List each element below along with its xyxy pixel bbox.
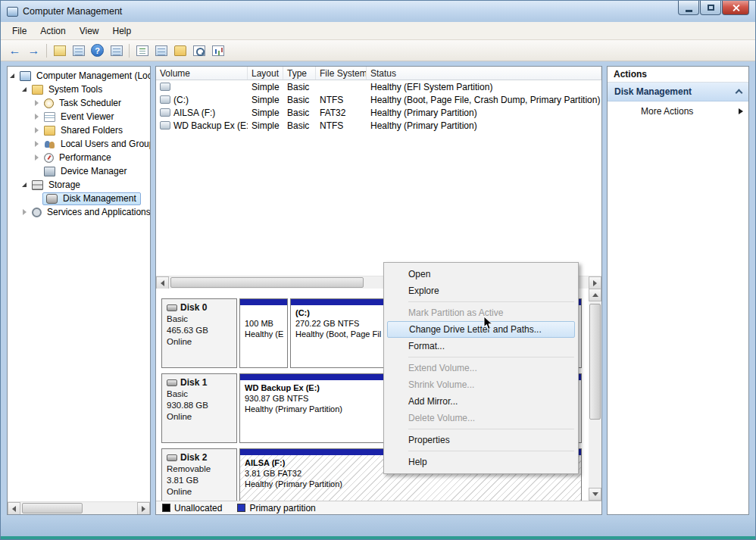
menu-item-shrink-volume: Shrink Volume... bbox=[386, 376, 576, 393]
header-volume[interactable]: Volume bbox=[156, 67, 248, 80]
selected-tree-item[interactable]: Disk Management bbox=[42, 192, 141, 205]
scrollbar-track[interactable] bbox=[589, 301, 601, 488]
new-window-button[interactable] bbox=[152, 42, 170, 59]
menu-item-change-drive-letter[interactable]: Change Drive Letter and Paths... bbox=[387, 321, 575, 338]
scroll-right-button[interactable] bbox=[137, 502, 150, 515]
forward-icon: → bbox=[28, 45, 40, 57]
scroll-left-button[interactable] bbox=[156, 276, 169, 289]
scrollbar-thumb[interactable] bbox=[22, 503, 83, 513]
menu-item-open[interactable]: Open bbox=[386, 266, 576, 282]
toolbar: ← → ? bbox=[1, 40, 755, 61]
export-list-button[interactable] bbox=[133, 42, 152, 59]
console-tree-icon bbox=[54, 45, 66, 56]
tree-item-label: Device Manager bbox=[58, 166, 129, 176]
tree-item-performance[interactable]: Performance bbox=[8, 151, 150, 164]
console-window-button[interactable] bbox=[107, 42, 126, 59]
actions-pane: Actions Disk Management More Actions bbox=[607, 66, 749, 515]
show-hide-action-pane-button[interactable] bbox=[69, 42, 88, 59]
content-area: Computer Management (Local System Tools … bbox=[1, 61, 755, 515]
scroll-left-button[interactable] bbox=[8, 502, 20, 515]
menu-item-help[interactable]: Help bbox=[386, 454, 576, 470]
actions-pane-title: Actions bbox=[608, 67, 748, 83]
mouse-cursor-icon bbox=[483, 316, 493, 333]
legend-label: Primary partition bbox=[249, 503, 315, 513]
volume-row[interactable]: (C:) Simple Basic NTFS Healthy (Boot, Pa… bbox=[156, 93, 601, 106]
scrollbar-thumb[interactable] bbox=[589, 304, 601, 420]
help-button[interactable]: ? bbox=[88, 42, 107, 59]
tree-item-computer-management[interactable]: Computer Management (Local bbox=[8, 69, 150, 83]
show-hide-console-tree-button[interactable] bbox=[50, 42, 69, 59]
expand-toggle-icon[interactable] bbox=[22, 209, 30, 215]
disk-2-label[interactable]: Disk 2 Removable 3.81 GB Online bbox=[161, 448, 237, 501]
collapse-chevron-icon[interactable] bbox=[736, 89, 743, 97]
volume-layout: Simple bbox=[248, 95, 283, 105]
menu-file[interactable]: File bbox=[5, 23, 33, 39]
volume-row[interactable]: Simple Basic Healthy (EFI System Partiti… bbox=[156, 80, 601, 93]
disk-view-vertical-scrollbar[interactable] bbox=[589, 289, 601, 501]
actions-section-disk-management[interactable]: Disk Management bbox=[608, 83, 748, 101]
volume-row[interactable]: WD Backup Ex (E:) Simple Basic NTFS Heal… bbox=[156, 119, 601, 132]
expand-toggle-icon[interactable] bbox=[22, 87, 30, 92]
minimize-button[interactable] bbox=[678, 1, 699, 15]
header-layout[interactable]: Layout bbox=[248, 67, 283, 80]
chart-button[interactable] bbox=[208, 42, 227, 59]
scrollbar-thumb[interactable] bbox=[170, 277, 364, 288]
action-pane-icon bbox=[73, 45, 85, 56]
tree-item-device-manager[interactable]: Device Manager bbox=[8, 164, 150, 178]
menu-help[interactable]: Help bbox=[106, 23, 139, 39]
header-status[interactable]: Status bbox=[367, 67, 601, 80]
menu-item-properties[interactable]: Properties bbox=[386, 432, 576, 448]
volume-row[interactable]: AILSA (F:) Simple Basic FAT32 Healthy (P… bbox=[156, 106, 601, 119]
expand-toggle-icon[interactable] bbox=[34, 127, 42, 133]
header-file-system[interactable]: File System bbox=[316, 67, 367, 80]
scrollbar-track[interactable] bbox=[20, 502, 137, 514]
minimize-icon bbox=[686, 10, 692, 12]
back-button[interactable]: ← bbox=[5, 42, 24, 59]
tree-horizontal-scrollbar[interactable] bbox=[8, 501, 150, 514]
close-button[interactable] bbox=[722, 1, 749, 15]
menu-action[interactable]: Action bbox=[33, 23, 72, 39]
disk-size: 3.81 GB bbox=[167, 475, 232, 486]
disk-icon bbox=[167, 304, 177, 311]
tree-item-disk-management[interactable]: Disk Management bbox=[8, 192, 150, 205]
tree-item-services-and-applications[interactable]: Services and Applications bbox=[8, 205, 150, 219]
tree-item-event-viewer[interactable]: Event Viewer bbox=[8, 110, 150, 123]
menu-view[interactable]: View bbox=[73, 23, 106, 39]
tree-item-shared-folders[interactable]: Shared Folders bbox=[8, 123, 150, 137]
header-type[interactable]: Type bbox=[283, 67, 316, 80]
forward-button[interactable]: → bbox=[24, 42, 43, 59]
expand-toggle-icon[interactable] bbox=[34, 155, 42, 161]
partition-system[interactable]: 100 MB Healthy (E bbox=[239, 298, 288, 368]
disk-0-label[interactable]: Disk 0 Basic 465.63 GB Online bbox=[161, 298, 237, 368]
disk-name: Disk 2 bbox=[180, 452, 207, 464]
expand-toggle-icon[interactable] bbox=[34, 114, 42, 120]
expand-toggle-icon[interactable] bbox=[10, 73, 18, 78]
maximize-button[interactable] bbox=[700, 1, 721, 15]
tree-item-storage[interactable]: Storage bbox=[8, 178, 150, 192]
tree-item-system-tools[interactable]: System Tools bbox=[8, 83, 150, 96]
tree-item-local-users-and-groups[interactable]: Local Users and Groups bbox=[8, 137, 150, 151]
maximize-icon bbox=[708, 5, 714, 11]
scroll-down-button[interactable] bbox=[589, 488, 601, 501]
tree-item-label: Storage bbox=[46, 179, 83, 190]
scroll-right-button[interactable] bbox=[589, 276, 601, 289]
volume-type: Basic bbox=[283, 95, 316, 105]
tree-item-task-scheduler[interactable]: Task Scheduler bbox=[8, 96, 150, 110]
volume-list: Volume Layout Type File System Status Si… bbox=[156, 67, 601, 276]
window-title: Computer Management bbox=[23, 6, 122, 17]
menu-item-format[interactable]: Format... bbox=[386, 338, 576, 354]
search-button[interactable] bbox=[189, 42, 208, 59]
expand-toggle-icon[interactable] bbox=[22, 183, 30, 187]
expand-toggle-icon[interactable] bbox=[34, 100, 42, 106]
legend-label: Unallocated bbox=[174, 503, 222, 513]
expand-toggle-icon[interactable] bbox=[34, 141, 42, 147]
menu-item-add-mirror[interactable]: Add Mirror... bbox=[386, 393, 576, 410]
scroll-up-button[interactable] bbox=[589, 289, 601, 301]
disk-1-label[interactable]: Disk 1 Basic 930.88 GB Online bbox=[161, 373, 237, 443]
legend-unallocated: Unallocated bbox=[162, 503, 222, 513]
more-actions-item[interactable]: More Actions bbox=[608, 101, 748, 121]
open-folder-button[interactable] bbox=[170, 42, 189, 59]
menu-item-explore[interactable]: Explore bbox=[386, 282, 576, 299]
task-scheduler-icon bbox=[44, 98, 54, 108]
console-tree-pane: Computer Management (Local System Tools … bbox=[7, 66, 151, 515]
